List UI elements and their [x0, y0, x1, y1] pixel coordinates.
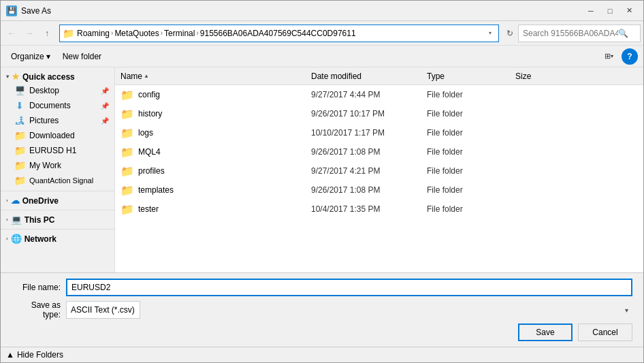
- sidebar-item-my-work[interactable]: 📁 My Work: [1, 158, 114, 173]
- sidebar-item-downloaded[interactable]: 📁 Downloaded: [1, 128, 114, 143]
- eurusd-h1-folder-icon: 📁: [14, 145, 25, 156]
- sidebar-section-onedrive[interactable]: › ☁ OneDrive: [1, 194, 114, 207]
- search-box: 🔍: [518, 25, 641, 42]
- search-button[interactable]: 🔍: [618, 29, 628, 38]
- breadcrumb-roaming[interactable]: Roaming: [77, 29, 110, 38]
- main-content: ▾ ★ Quick access 🖥️ Desktop 📌 ⬇ Document…: [1, 67, 643, 272]
- col-header-size[interactable]: Size: [510, 69, 578, 83]
- breadcrumb-terminal[interactable]: Terminal: [164, 29, 195, 38]
- file-type-4: File folder: [421, 166, 510, 176]
- address-dropdown-button[interactable]: ▾: [485, 25, 496, 42]
- breadcrumb-metaquotes[interactable]: MetaQuotes: [114, 29, 159, 38]
- col-header-name[interactable]: Name ▲: [115, 69, 306, 83]
- this-pc-chevron-icon: ›: [6, 217, 8, 223]
- sidebar-item-documents[interactable]: ⬇ Documents 📌: [1, 98, 114, 113]
- forward-button[interactable]: →: [21, 25, 37, 42]
- organize-label: Organize: [11, 52, 44, 61]
- file-list: Name ▲ Date modified Type Size 📁 config: [115, 67, 643, 272]
- organize-chevron-icon: ▾: [46, 52, 50, 61]
- filename-input[interactable]: [66, 279, 632, 296]
- sidebar-section-network-label: Network: [25, 234, 57, 244]
- col-type-label: Type: [427, 72, 445, 81]
- help-button[interactable]: ?: [622, 48, 638, 65]
- sidebar-item-quantaction-signal[interactable]: 📁 QuantAction Signal: [1, 173, 114, 188]
- hide-folders-label: Hide Folders: [17, 350, 63, 360]
- sidebar-section-this-pc[interactable]: › 💻 This PC: [1, 213, 114, 226]
- breadcrumb-sep-1: ›: [111, 29, 113, 37]
- hide-folders-row: ▲ Hide Folders: [1, 347, 643, 362]
- col-header-type[interactable]: Type: [421, 69, 510, 83]
- view-button[interactable]: ⊞▾: [598, 48, 619, 65]
- documents-icon: ⬇: [14, 100, 25, 111]
- bottom-buttons: Save Cancel: [12, 323, 632, 341]
- this-pc-icon: 💻: [11, 215, 22, 225]
- back-button[interactable]: ←: [3, 25, 20, 42]
- title-bar-controls: ─ □ ✕: [582, 4, 638, 18]
- network-icon: 🌐: [11, 234, 22, 244]
- downloaded-folder-icon: 📁: [14, 130, 25, 141]
- sidebar-section-quick-access[interactable]: ▾ ★ Quick access: [1, 70, 114, 83]
- desktop-icon: 🖥️: [14, 85, 25, 96]
- nav-toolbar: ← → ↑ 📁 Roaming › MetaQuotes › Terminal …: [1, 21, 643, 46]
- breadcrumb: Roaming › MetaQuotes › Terminal › 915566…: [77, 29, 482, 38]
- file-type-5: File folder: [421, 185, 510, 195]
- pictures-pin-icon: 📌: [101, 117, 109, 125]
- my-work-folder-icon: 📁: [14, 160, 25, 171]
- sidebar-item-eurusd-h1-label: EURUSD H1: [29, 146, 76, 155]
- title-bar-left: 💾 Save As: [6, 5, 51, 16]
- new-folder-button[interactable]: New folder: [58, 48, 106, 65]
- pictures-icon: 🏞: [14, 115, 25, 126]
- sidebar-item-desktop[interactable]: 🖥️ Desktop 📌: [1, 83, 114, 98]
- organize-button[interactable]: Organize ▾: [6, 48, 55, 65]
- documents-pin-icon: 📌: [101, 102, 109, 110]
- file-date-5: 9/26/2017 1:08 PM: [306, 185, 421, 195]
- sidebar-divider-2: [1, 210, 114, 210]
- file-type-0: File folder: [421, 90, 510, 99]
- table-row[interactable]: 📁 templates 9/26/2017 1:08 PM File folde…: [115, 180, 643, 200]
- file-name-text-5: templates: [138, 185, 174, 195]
- sidebar-item-my-work-label: My Work: [29, 161, 61, 170]
- col-header-date[interactable]: Date modified: [306, 69, 421, 83]
- close-button[interactable]: ✕: [620, 4, 638, 18]
- table-row[interactable]: 📁 tester 10/4/2017 1:35 PM File folder: [115, 200, 643, 219]
- sidebar-item-eurusd-h1[interactable]: 📁 EURUSD H1: [1, 143, 114, 158]
- filetype-label: Save as type:: [12, 300, 66, 319]
- breadcrumb-id[interactable]: 915566BA06ADA407569C544CC0D97611: [200, 29, 356, 38]
- search-input[interactable]: [523, 29, 618, 38]
- window-icon: 💾: [6, 5, 17, 16]
- file-date-3: 9/26/2017 1:08 PM: [306, 147, 421, 157]
- quick-access-star-icon: ★: [12, 72, 20, 82]
- folder-icon-0: 📁: [120, 89, 134, 101]
- filetype-select[interactable]: ASCII Text (*.csv) All files (*.*): [66, 301, 140, 319]
- file-type-1: File folder: [421, 109, 510, 119]
- file-name-text-4: profiles: [138, 166, 165, 176]
- save-button[interactable]: Save: [518, 323, 573, 341]
- file-name-text-3: MQL4: [138, 147, 161, 157]
- file-name-6: 📁 tester: [115, 203, 306, 216]
- desktop-pin-icon: 📌: [101, 87, 109, 95]
- file-name-5: 📁 templates: [115, 184, 306, 197]
- filename-label: File name:: [12, 283, 66, 292]
- refresh-button[interactable]: ↻: [503, 25, 517, 42]
- bottom-area: File name: Save as type: ASCII Text (*.c…: [1, 272, 643, 347]
- sidebar-item-pictures[interactable]: 🏞 Pictures 📌: [1, 113, 114, 128]
- up-button[interactable]: ↑: [39, 25, 55, 42]
- sidebar-section-network[interactable]: › 🌐 Network: [1, 232, 114, 245]
- hide-folders-chevron-icon: ▲: [6, 350, 14, 360]
- folder-icon-5: 📁: [120, 184, 134, 197]
- maximize-button[interactable]: □: [601, 4, 619, 18]
- cancel-button[interactable]: Cancel: [578, 323, 632, 341]
- table-row[interactable]: 📁 logs 10/10/2017 1:17 PM File folder: [115, 123, 643, 142]
- filename-row: File name:: [12, 279, 632, 296]
- file-type-2: File folder: [421, 128, 510, 138]
- table-row[interactable]: 📁 profiles 9/27/2017 4:21 PM File folder: [115, 161, 643, 180]
- filetype-select-wrapper: ASCII Text (*.csv) All files (*.*) ▾: [66, 301, 632, 319]
- sidebar-item-desktop-label: Desktop: [29, 86, 59, 95]
- table-row[interactable]: 📁 config 9/27/2017 4:44 PM File folder: [115, 85, 643, 104]
- view-icon: ⊞: [605, 52, 611, 61]
- table-row[interactable]: 📁 MQL4 9/26/2017 1:08 PM File folder: [115, 142, 643, 161]
- hide-folders-button[interactable]: ▲ Hide Folders: [6, 350, 63, 360]
- minimize-button[interactable]: ─: [582, 4, 600, 18]
- table-row[interactable]: 📁 history 9/26/2017 10:17 PM File folder: [115, 104, 643, 123]
- sidebar-item-downloaded-label: Downloaded: [29, 131, 75, 140]
